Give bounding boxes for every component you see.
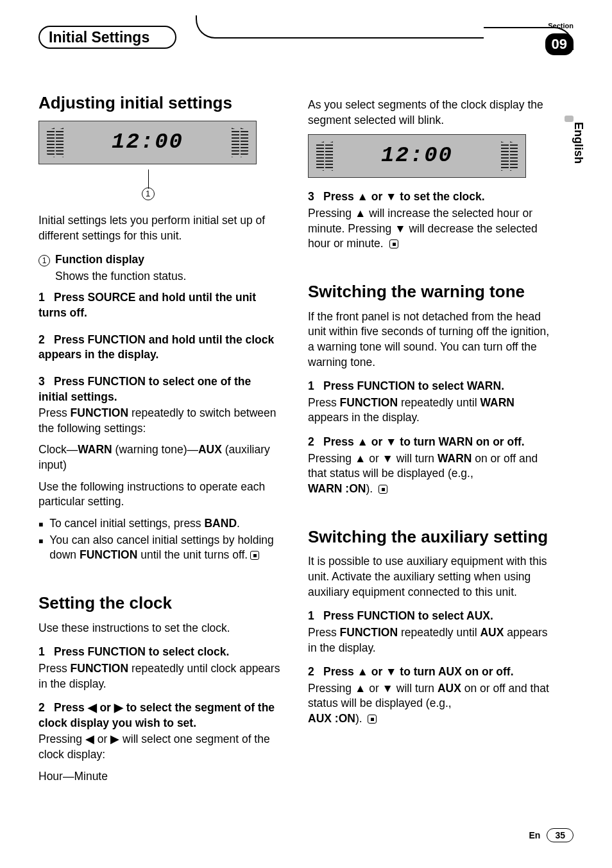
header-curve-left: [196, 15, 484, 39]
lcd-display-1: 12:00: [38, 121, 257, 164]
down-arrow-icon: ▼: [386, 665, 396, 678]
language-tab: English: [572, 122, 585, 164]
lcd-text-1: 12:00: [112, 128, 183, 157]
up-arrow-icon: ▲: [355, 452, 366, 465]
clock-step-2-body2: Hour—Minute: [38, 769, 282, 785]
end-mark-icon: [389, 239, 398, 248]
lcd-right-bars-icon: [232, 128, 248, 157]
left-arrow-icon: ◀: [88, 701, 97, 714]
end-mark-icon: [378, 485, 387, 494]
step-heading: Press ◀ or ▶ to select the segment of th…: [38, 701, 275, 729]
step-num: 2: [38, 700, 54, 716]
header-title-pill: Initial Settings: [38, 26, 176, 49]
step-heading: Press ▲ or ▼ to turn AUX on or off.: [323, 665, 514, 678]
fn-label: Function display: [55, 253, 144, 266]
up-arrow-icon: ▲: [355, 207, 366, 220]
step-3-body2: Clock—WARN (warning tone)—AUX (auxiliary…: [38, 442, 282, 473]
aux-step-1: 1Press FUNCTION to select AUX.: [308, 609, 552, 624]
bullet-icon: ■: [38, 519, 43, 535]
left-arrow-icon: ◀: [85, 733, 94, 745]
callout-ref-1: 1: [38, 255, 50, 266]
bullet-2: ■ You can also cancel initial settings b…: [38, 533, 282, 563]
step-num: 2: [38, 333, 54, 348]
down-arrow-icon: ▼: [386, 190, 396, 203]
page-number: 35: [547, 828, 574, 842]
step-num: 1: [38, 645, 54, 660]
up-arrow-icon: ▲: [357, 665, 368, 678]
lcd-display-2: 12:00: [308, 134, 526, 178]
left-column: Adjusting initial settings 12:00 1 Initi…: [38, 94, 282, 790]
step-heading: Press FUNCTION to select AUX.: [323, 609, 493, 622]
heading-clock: Setting the clock: [38, 594, 282, 613]
lang-bar: [565, 116, 574, 122]
aux-step-2-body: Pressing ▲ or ▼ will turn AUX on or off …: [308, 681, 552, 727]
up-arrow-icon: ▲: [355, 682, 366, 695]
heading-adjusting: Adjusting initial settings: [38, 94, 282, 113]
heading-aux: Switching the auxiliary setting: [308, 528, 552, 547]
warn-intro: If the front panel is not detached from …: [308, 309, 552, 370]
step-heading: Press FUNCTION to select one of the init…: [38, 375, 251, 403]
step-num: 1: [308, 609, 323, 624]
lcd-left-bars-icon: [47, 128, 64, 157]
down-arrow-icon: ▼: [395, 222, 405, 235]
clock-step-2-body: Pressing ◀ or ▶ will select one segment …: [38, 732, 282, 762]
step-heading: Press FUNCTION to select WARN.: [323, 379, 504, 392]
bullet-1: ■ To cancel initial settings, press BAND…: [38, 516, 282, 532]
step-3: 3Press FUNCTION to select one of the ini…: [38, 374, 282, 404]
down-arrow-icon: ▼: [386, 435, 396, 448]
step-3-body1: Press FUNCTION repeatedly to switch betw…: [38, 406, 282, 436]
down-arrow-icon: ▼: [382, 682, 393, 695]
step-num: 2: [308, 435, 323, 450]
step-num: 1: [308, 379, 323, 394]
lcd-text-2: 12:00: [381, 141, 453, 171]
clock-intro: Use these instructions to set the clock.: [38, 621, 282, 636]
step-heading: Press SOURCE and hold until the unit tur…: [38, 291, 256, 319]
up-arrow-icon: ▲: [357, 435, 368, 448]
up-arrow-icon: ▲: [357, 190, 368, 203]
step-num: 1: [38, 290, 54, 306]
lcd-right-bars-icon: [501, 141, 518, 171]
aux-step-2: 2Press ▲ or ▼ to turn AUX on or off.: [308, 664, 552, 680]
step-num: 3: [38, 374, 54, 390]
step-heading: Press ▲ or ▼ to turn WARN on or off.: [323, 435, 525, 448]
warn-step-1: 1Press FUNCTION to select WARN.: [308, 379, 552, 394]
down-arrow-icon: ▼: [382, 452, 393, 465]
right-arrow-icon: ▶: [110, 733, 119, 745]
header-row: Initial Settings: [38, 26, 574, 49]
fn-label-body: Shows the function status.: [55, 269, 282, 284]
end-mark-icon: [250, 551, 259, 560]
step-3-body3: Use the following instructions to operat…: [38, 480, 282, 510]
step-heading: Press FUNCTION and hold until the clock …: [38, 333, 274, 361]
footer: En 35: [529, 828, 574, 842]
intro-text: Initial settings lets you perform initia…: [38, 213, 282, 243]
footer-lang: En: [529, 830, 541, 840]
step-1: 1Press SOURCE and hold until the unit tu…: [38, 290, 282, 320]
right-step-3: 3Press ▲ or ▼ to set the clock.: [308, 189, 552, 205]
warn-step-2: 2Press ▲ or ▼ to turn WARN on or off.: [308, 435, 552, 450]
step-num: 2: [308, 664, 323, 680]
warn-step-2-body: Pressing ▲ or ▼ will turn WARN on or off…: [308, 451, 552, 497]
aux-intro: It is possible to use auxiliary equipmen…: [308, 554, 552, 600]
step-2: 2Press FUNCTION and hold until the clock…: [38, 333, 282, 363]
clock-step-1-body: Press FUNCTION repeatedly until clock ap…: [38, 661, 282, 691]
callout-circle-1: 1: [142, 187, 155, 200]
header-curve-right: [484, 27, 574, 50]
right-top-text: As you select segments of the clock disp…: [308, 98, 552, 128]
step-heading: Press FUNCTION to select clock.: [54, 645, 229, 658]
aux-step-1-body: Press FUNCTION repeatedly until AUX appe…: [308, 625, 552, 655]
fn-label-row: 1Function display: [38, 252, 282, 268]
content-columns: Adjusting initial settings 12:00 1 Initi…: [38, 94, 574, 790]
right-step-3-body: Pressing ▲ will increase the selected ho…: [308, 206, 552, 252]
step-num: 3: [308, 189, 323, 205]
warn-step-1-body: Press FUNCTION repeatedly until WARN app…: [308, 395, 552, 426]
heading-warn: Switching the warning tone: [308, 282, 552, 302]
lcd-left-bars-icon: [316, 141, 333, 171]
callout-line: 1: [148, 169, 148, 202]
clock-step-1: 1Press FUNCTION to select clock.: [38, 645, 282, 660]
right-column: As you select segments of the clock disp…: [308, 94, 552, 790]
end-mark-icon: [368, 715, 377, 724]
right-arrow-icon: ▶: [114, 701, 123, 714]
bullet-icon: ■: [38, 536, 43, 566]
clock-step-2: 2Press ◀ or ▶ to select the segment of t…: [38, 700, 282, 731]
step-heading: Press ▲ or ▼ to set the clock.: [323, 190, 485, 203]
